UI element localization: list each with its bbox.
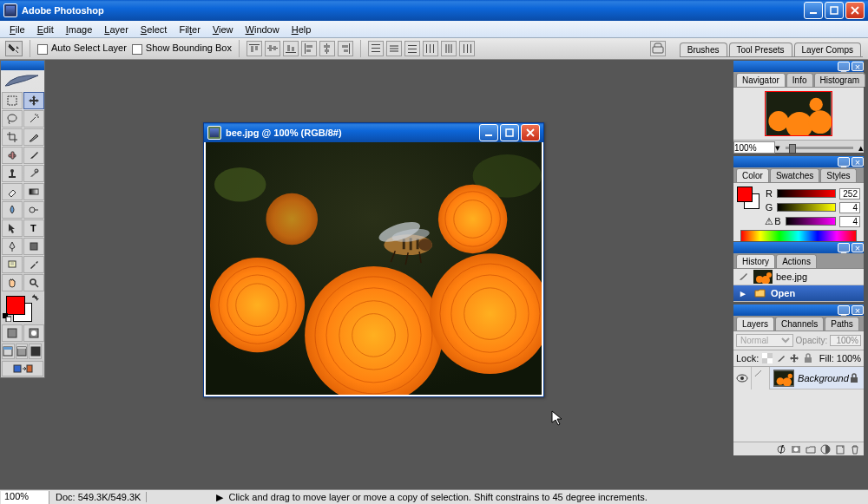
gradient-tool[interactable] xyxy=(23,183,44,200)
tab-actions[interactable]: Actions xyxy=(776,254,817,268)
swap-colors-icon[interactable] xyxy=(30,294,39,303)
pen-tool[interactable] xyxy=(2,238,23,255)
tab-navigator[interactable]: Navigator xyxy=(736,73,786,87)
align-bottom-icon[interactable] xyxy=(283,41,299,56)
tab-histogram[interactable]: Histogram xyxy=(814,73,866,87)
show-bounding-box-checkbox[interactable]: Show Bounding Box xyxy=(132,43,232,54)
new-layer-icon[interactable] xyxy=(834,444,846,455)
dist-right-icon[interactable] xyxy=(459,41,475,56)
layer-row[interactable]: Background xyxy=(733,367,864,389)
menu-select[interactable]: Select xyxy=(135,23,174,36)
align-top-icon[interactable] xyxy=(247,41,262,56)
document-canvas[interactable] xyxy=(206,142,542,395)
standard-mode-icon[interactable] xyxy=(2,324,23,342)
dock-tab-layer-comps[interactable]: Layer Comps xyxy=(794,43,861,56)
lasso-tool[interactable] xyxy=(2,110,23,128)
status-menu-arrow-icon[interactable]: ▶ xyxy=(216,492,223,503)
color-ramp[interactable] xyxy=(740,230,857,242)
menu-help[interactable]: Help xyxy=(286,23,318,36)
status-doc-info[interactable]: Doc: 549.3K/549.3K xyxy=(50,492,147,502)
red-value[interactable]: 252 xyxy=(839,188,860,200)
auto-select-layer-checkbox[interactable]: Auto Select Layer xyxy=(37,43,127,54)
panel-close-icon[interactable]: × xyxy=(852,243,864,252)
align-hcenter-icon[interactable] xyxy=(319,41,335,56)
dock-tab-tool-presets[interactable]: Tool Presets xyxy=(729,43,792,56)
dodge-tool[interactable] xyxy=(23,201,44,219)
panel-close-icon[interactable]: × xyxy=(852,157,864,167)
align-right-icon[interactable] xyxy=(338,41,353,56)
blue-slider[interactable] xyxy=(786,217,836,226)
shape-tool[interactable] xyxy=(23,238,44,255)
zoom-in-icon[interactable]: ▴ xyxy=(858,142,864,154)
wand-tool[interactable] xyxy=(23,110,44,128)
panel-minimize-icon[interactable]: _ xyxy=(838,157,850,167)
green-slider[interactable] xyxy=(777,203,836,212)
history-item[interactable]: ▸ Open xyxy=(733,285,864,302)
dist-vcenter-icon[interactable] xyxy=(386,41,402,56)
screenmode-fullmenu-icon[interactable] xyxy=(16,344,29,359)
dist-hcenter-icon[interactable] xyxy=(441,41,457,56)
maximize-button[interactable] xyxy=(825,2,844,19)
menu-filter[interactable]: Filter xyxy=(173,23,206,36)
layer-style-icon[interactable]: ƒ xyxy=(775,444,787,455)
history-brush-source-icon[interactable] xyxy=(736,270,750,284)
dist-bottom-icon[interactable] xyxy=(404,41,420,56)
fill-input[interactable]: 100% xyxy=(837,353,861,363)
menu-view[interactable]: View xyxy=(207,23,240,36)
adjustment-layer-icon[interactable] xyxy=(819,444,832,455)
marquee-tool[interactable] xyxy=(2,92,23,109)
menu-layer[interactable]: Layer xyxy=(98,23,135,36)
type-tool[interactable]: T xyxy=(23,219,44,237)
dock-tab-brushes[interactable]: Brushes xyxy=(680,43,727,56)
layer-name[interactable]: Background xyxy=(798,373,849,383)
blur-tool[interactable] xyxy=(2,201,23,219)
default-colors-icon[interactable] xyxy=(3,313,11,322)
menu-window[interactable]: Window xyxy=(240,23,286,36)
tab-channels[interactable]: Channels xyxy=(775,317,824,331)
tab-paths[interactable]: Paths xyxy=(825,317,859,331)
tool-preset-picker[interactable] xyxy=(5,41,23,56)
quickmask-mode-icon[interactable] xyxy=(23,324,44,342)
doc-close-button[interactable] xyxy=(521,124,540,141)
hand-tool[interactable] xyxy=(2,274,23,291)
brush-tool[interactable] xyxy=(23,147,44,164)
menu-image[interactable]: Image xyxy=(60,23,99,36)
lock-all-icon[interactable] xyxy=(803,352,814,364)
palette-well-icon[interactable] xyxy=(650,41,666,56)
layer-link-icon[interactable] xyxy=(752,367,770,389)
toolbox-header[interactable] xyxy=(1,61,44,70)
opacity-input[interactable]: 100% xyxy=(830,335,861,346)
lock-image-icon[interactable] xyxy=(775,352,786,364)
zoom-out-icon[interactable]: ▾ xyxy=(775,142,780,154)
foreground-color-swatch[interactable] xyxy=(6,296,25,315)
healing-tool[interactable] xyxy=(2,147,23,164)
menu-edit[interactable]: Edit xyxy=(31,23,60,36)
blue-value[interactable]: 4 xyxy=(839,216,860,227)
jump-to-imageready-icon[interactable] xyxy=(2,361,43,376)
panel-minimize-icon[interactable]: _ xyxy=(838,243,850,252)
navigator-zoom-slider[interactable] xyxy=(786,147,853,149)
tab-info[interactable]: Info xyxy=(786,73,813,87)
tab-styles[interactable]: Styles xyxy=(820,168,856,182)
eyedropper-tool[interactable] xyxy=(23,256,44,273)
menu-file[interactable]: File xyxy=(3,23,31,36)
minimize-button[interactable] xyxy=(804,2,823,19)
history-brush-tool[interactable] xyxy=(23,165,44,182)
tab-history[interactable]: History xyxy=(736,254,775,268)
align-left-icon[interactable] xyxy=(301,41,317,56)
lock-transparency-icon[interactable] xyxy=(761,352,773,364)
panel-close-icon[interactable]: × xyxy=(852,62,864,71)
notes-tool[interactable] xyxy=(2,256,23,273)
align-vcenter-icon[interactable] xyxy=(265,41,280,56)
eraser-tool[interactable] xyxy=(2,183,23,200)
panel-minimize-icon[interactable]: _ xyxy=(838,62,850,71)
panel-close-icon[interactable]: × xyxy=(852,305,864,315)
tab-layers[interactable]: Layers xyxy=(736,317,774,331)
tab-color[interactable]: Color xyxy=(736,168,769,182)
navigator-zoom-input[interactable] xyxy=(733,141,775,154)
dist-left-icon[interactable] xyxy=(423,41,438,56)
red-slider[interactable] xyxy=(777,189,836,198)
layer-set-icon[interactable] xyxy=(805,444,817,455)
doc-minimize-button[interactable] xyxy=(479,124,498,141)
layer-visibility-icon[interactable] xyxy=(733,367,752,389)
